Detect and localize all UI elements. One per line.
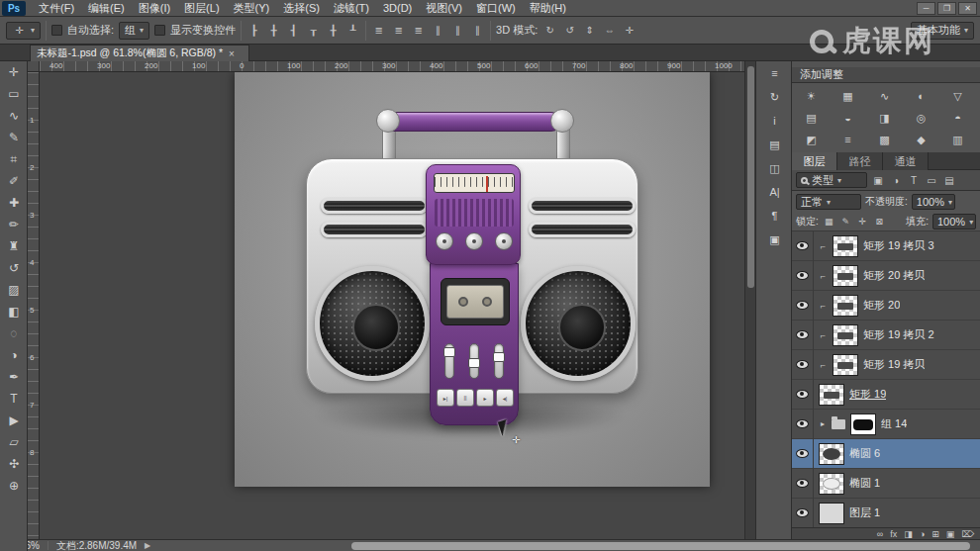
- menu-image[interactable]: 图像(I): [132, 0, 177, 17]
- layer-mask-icon[interactable]: ◨: [904, 529, 913, 539]
- menu-window[interactable]: 窗口(W): [469, 0, 523, 17]
- visibility-toggle[interactable]: [792, 261, 814, 291]
- styles-panel-icon[interactable]: ◫: [756, 156, 793, 180]
- healing-brush-tool[interactable]: ✚: [0, 192, 28, 214]
- gradient-map-icon[interactable]: ◆: [903, 129, 939, 150]
- blur-tool[interactable]: ◌: [0, 322, 28, 344]
- show-transform-checkbox[interactable]: [154, 25, 165, 36]
- actions-panel-icon[interactable]: ▤: [756, 133, 793, 156]
- align-bottom-icon[interactable]: ┸: [345, 25, 360, 36]
- hand-tool[interactable]: ✣: [0, 453, 28, 475]
- exposure-icon[interactable]: ◐: [903, 85, 939, 107]
- menu-select[interactable]: 选择(S): [276, 0, 327, 17]
- menu-help[interactable]: 帮助(H): [523, 0, 573, 17]
- rectangle-tool[interactable]: ▱: [0, 431, 28, 453]
- layer-row[interactable]: ⌐ 矩形 20 拷贝: [792, 261, 980, 291]
- menu-edit[interactable]: 编辑(E): [81, 0, 132, 17]
- pen-tool[interactable]: ✒: [0, 366, 28, 388]
- status-arrow-icon[interactable]: ▶: [145, 541, 150, 550]
- menu-3d[interactable]: 3D(D): [376, 1, 419, 15]
- layer-name[interactable]: 图层 1: [849, 505, 880, 520]
- filter-pixel-icon[interactable]: ▣: [871, 175, 885, 186]
- layer-row[interactable]: 椭圆 1: [792, 469, 980, 499]
- properties-panel-icon[interactable]: ≡: [756, 61, 793, 85]
- layer-thumbnail[interactable]: [833, 235, 858, 257]
- filter-smart-object-icon[interactable]: ▤: [942, 175, 956, 186]
- layer-row[interactable]: 图层 1: [792, 499, 980, 528]
- character-panel-icon[interactable]: A|: [756, 180, 793, 204]
- visibility-toggle[interactable]: [792, 439, 814, 469]
- dodge-tool[interactable]: ◑: [0, 344, 28, 366]
- layer-name[interactable]: 矩形 20 拷贝: [863, 268, 925, 283]
- horizontal-scrollbar-thumb[interactable]: [351, 542, 970, 550]
- 3d-scale-icon[interactable]: ✛: [622, 25, 637, 36]
- distribute-center-icon[interactable]: ∥: [450, 25, 465, 36]
- workspace-switcher[interactable]: 基本功能▾: [911, 22, 974, 40]
- visibility-toggle[interactable]: [792, 380, 814, 410]
- history-brush-tool[interactable]: ↺: [0, 257, 28, 279]
- lock-transparent-icon[interactable]: ▦: [823, 217, 835, 227]
- history-panel-icon[interactable]: ↻: [756, 85, 793, 109]
- distribute-middle-icon[interactable]: ≣: [391, 25, 406, 36]
- auto-select-target-dropdown[interactable]: 组▾: [119, 22, 149, 40]
- delete-layer-icon[interactable]: ⌦: [961, 529, 974, 539]
- visibility-toggle[interactable]: [792, 469, 814, 499]
- clone-source-panel-icon[interactable]: ▣: [756, 228, 793, 251]
- tab-layers[interactable]: 图层: [792, 152, 837, 170]
- layer-name[interactable]: 矩形 19: [849, 387, 886, 402]
- brightness-contrast-icon[interactable]: ☀: [793, 85, 830, 107]
- layer-thumbnail[interactable]: [833, 295, 858, 317]
- restore-button[interactable]: ❐: [937, 2, 956, 15]
- layer-thumbnail[interactable]: [833, 324, 858, 346]
- visibility-toggle[interactable]: [792, 231, 814, 261]
- layer-row[interactable]: ⌐ 矩形 19 拷贝 2: [792, 321, 980, 350]
- distribute-left-icon[interactable]: ∥: [431, 25, 445, 36]
- layer-effects-icon[interactable]: fx: [890, 529, 897, 539]
- color-balance-icon[interactable]: ◒: [830, 107, 866, 129]
- layer-name[interactable]: 椭圆 1: [849, 476, 880, 491]
- photo-filter-icon[interactable]: ◎: [903, 107, 939, 129]
- paragraph-panel-icon[interactable]: ¶: [756, 204, 793, 228]
- visibility-toggle[interactable]: [792, 499, 814, 528]
- layer-thumbnail[interactable]: [819, 473, 844, 495]
- group-thumbnail[interactable]: [850, 413, 876, 435]
- zoom-tool[interactable]: ⊕: [0, 475, 28, 497]
- tab-paths[interactable]: 路径: [837, 152, 883, 170]
- visibility-toggle[interactable]: [792, 321, 814, 350]
- close-button[interactable]: ✕: [958, 2, 977, 15]
- auto-select-checkbox[interactable]: [51, 25, 62, 36]
- filter-type-icon[interactable]: T: [907, 175, 921, 186]
- vertical-scrollbar[interactable]: [744, 61, 755, 539]
- align-left-icon[interactable]: ┠: [246, 25, 261, 36]
- document-tab[interactable]: 未标题-1.psd @ 61.8%(椭圆 6, RGB/8) * ×: [30, 45, 249, 61]
- filter-adjustment-icon[interactable]: ◑: [889, 175, 903, 186]
- type-tool[interactable]: T: [0, 388, 28, 410]
- distribute-right-icon[interactable]: ∥: [470, 25, 485, 36]
- layer-name[interactable]: 组 14: [881, 416, 907, 431]
- lock-all-icon[interactable]: ⊠: [873, 217, 886, 227]
- menu-filter[interactable]: 滤镜(T): [327, 0, 376, 17]
- black-white-icon[interactable]: ◨: [866, 107, 903, 129]
- curves-icon[interactable]: ∿: [866, 85, 903, 107]
- eraser-tool[interactable]: ▨: [0, 279, 28, 301]
- layer-name[interactable]: 矩形 19 拷贝 2: [863, 327, 934, 342]
- menu-view[interactable]: 视图(V): [419, 0, 469, 17]
- document-canvas[interactable]: ▸| || ▸ ◂| ✛: [235, 72, 710, 487]
- info-panel-icon[interactable]: i: [756, 109, 793, 133]
- path-selection-tool[interactable]: ▶: [0, 410, 28, 431]
- link-layers-icon[interactable]: ∞: [877, 529, 883, 539]
- layer-filter-dropdown[interactable]: 类型 ▾: [796, 172, 867, 188]
- lasso-tool[interactable]: ∿: [0, 105, 28, 127]
- selective-color-icon[interactable]: ▥: [939, 129, 976, 150]
- align-middle-icon[interactable]: ╂: [326, 25, 341, 36]
- quick-selection-tool[interactable]: ✎: [0, 127, 28, 148]
- invert-icon[interactable]: ◩: [793, 129, 830, 150]
- channel-mixer-icon[interactable]: ◓: [939, 107, 976, 129]
- align-center-icon[interactable]: ╂: [266, 25, 281, 36]
- expand-arrow-icon[interactable]: ▸: [819, 419, 827, 428]
- layer-thumbnail[interactable]: [819, 503, 844, 524]
- layer-name[interactable]: 矩形 20: [863, 298, 900, 313]
- new-layer-icon[interactable]: ▣: [946, 529, 955, 539]
- 3d-roll-icon[interactable]: ↺: [562, 25, 577, 36]
- layer-thumbnail[interactable]: [833, 354, 858, 376]
